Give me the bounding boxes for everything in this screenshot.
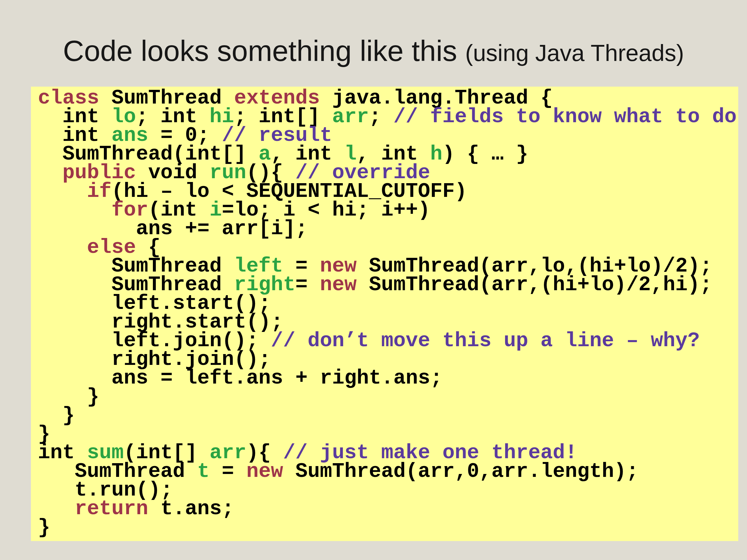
code-token-plain: ) { … } (442, 143, 528, 166)
code-token-comment: // fields to know what to do (393, 105, 737, 128)
code-block: class SumThread extends java.lang.Thread… (38, 89, 738, 537)
code-token-plain: } (38, 516, 50, 539)
code-line: for(int i=lo; i < hi; i++) (38, 201, 738, 220)
code-token-ident: h (430, 143, 442, 166)
code-token-plain: SumThread(arr,(hi+lo)/2,hi); (357, 273, 712, 296)
code-line: else { (38, 238, 738, 257)
code-line: return t.ans; (38, 500, 738, 518)
code-line: int sum(int[] arr){ // just make one thr… (38, 444, 738, 462)
code-line: } (38, 388, 738, 406)
code-line: t.run(); (38, 481, 738, 500)
code-panel: class SumThread extends java.lang.Thread… (31, 87, 738, 541)
code-line: SumThread(int[] a, int l, int h) { … } (38, 145, 738, 164)
code-token-plain: ; (369, 105, 393, 128)
code-line: int lo; int hi; int[] arr; // fields to … (38, 108, 738, 126)
code-line: SumThread right= new SumThread(arr,(hi+l… (38, 276, 738, 294)
code-line: } (38, 425, 738, 444)
code-line: if(hi – lo < SEQUENTIAL_CUTOFF) (38, 182, 738, 201)
code-token-comment: // don’t move this up a line – why? (271, 329, 700, 352)
code-token-ident: t (197, 460, 209, 483)
code-token-keyword: new (246, 460, 283, 483)
code-line: class SumThread extends java.lang.Thread… (38, 89, 738, 108)
code-line: left.start(); (38, 294, 738, 313)
code-token-ident: arr (332, 105, 369, 128)
slide-title: Code looks something like this (using Ja… (0, 34, 747, 76)
code-line: ans += arr[i]; (38, 220, 738, 238)
slide: Code looks something like this (using Ja… (0, 0, 747, 560)
code-token-keyword: return (75, 497, 148, 520)
code-line: right.join(); (38, 350, 738, 369)
code-line: ans = left.ans + right.ans; (38, 369, 738, 388)
code-line: int ans = 0; // result (38, 126, 738, 145)
code-line: left.join(); // don’t move this up a lin… (38, 331, 738, 350)
code-line: } (38, 406, 738, 425)
slide-title-suffix: (using Java Threads) (465, 40, 684, 66)
slide-title-main: Code looks something like this (63, 34, 465, 67)
code-token-plain: = (209, 460, 246, 483)
code-token-plain: = (295, 273, 320, 296)
code-token-plain: t.ans; (148, 497, 234, 520)
code-token-plain: SumThread(arr,0,arr.length); (283, 460, 639, 483)
code-line: SumThread t = new SumThread(arr,0,arr.le… (38, 462, 738, 481)
code-line: public void run(){ // override (38, 164, 738, 182)
code-line: SumThread left = new SumThread(arr,lo,(h… (38, 257, 738, 276)
code-token-keyword: new (320, 273, 357, 296)
code-line: right.start(); (38, 313, 738, 331)
code-line: } (38, 518, 738, 537)
